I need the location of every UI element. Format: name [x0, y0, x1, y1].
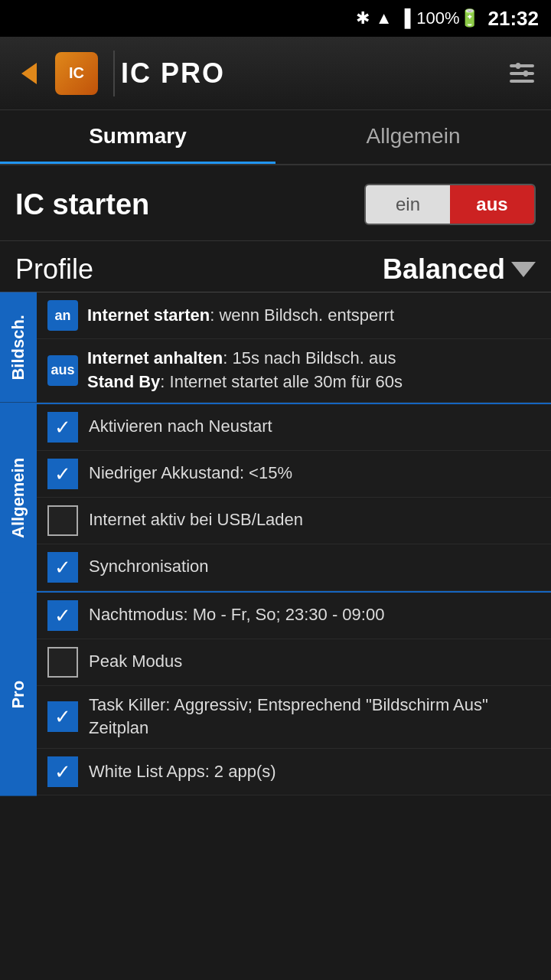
checkbox-nachtmodus[interactable]: ✓ [47, 600, 78, 631]
ic-starten-title: IC starten [15, 188, 149, 221]
status-icons: ✱ ▲ ▐ 100%🔋 [356, 8, 481, 28]
bildsch-side-label[interactable]: Bildsch. [0, 292, 37, 403]
list-item: ✓ Task Killer: Aggressiv; Entsprechend "… [37, 686, 551, 750]
signal-icon: ▐ [399, 8, 411, 28]
profile-value-row[interactable]: Balanced [383, 253, 536, 286]
app-logo: IC [55, 52, 98, 95]
check-icon: ✓ [54, 417, 71, 437]
list-item: ✓ Nachtmodus: Mo - Fr, So; 23:30 - 09:00 [37, 593, 551, 639]
svg-rect-4 [523, 70, 528, 77]
wifi-icon: ▲ [376, 8, 393, 28]
top-bar: IC IC PRO [0, 37, 551, 110]
settings-button[interactable] [505, 57, 539, 90]
checkbox-whitelist[interactable]: ✓ [47, 756, 78, 787]
tab-allgemein[interactable]: Allgemein [276, 110, 551, 164]
tag-aus[interactable]: aus [47, 355, 78, 386]
checkbox-akkustand[interactable]: ✓ [47, 459, 78, 489]
list-item: ✓ White List Apps: 2 app(s) [37, 749, 551, 795]
checkbox-usb[interactable] [47, 505, 78, 536]
item-text: Internet aktiv bei USB/Laden [89, 508, 540, 532]
pro-block: Pro ✓ Nachtmodus: Mo - Fr, So; 23:30 - 0… [0, 593, 551, 796]
header-divider [113, 51, 115, 96]
svg-rect-2 [510, 80, 534, 83]
status-bar: ✱ ▲ ▐ 100%🔋 21:32 [0, 0, 551, 37]
item-text: Synchronisation [89, 555, 540, 579]
item-text: Niedriger Akkustand: <15% [89, 462, 540, 485]
ic-starten-section: IC starten ein aus [0, 165, 551, 241]
check-icon: ✓ [54, 762, 71, 782]
check-icon: ✓ [54, 606, 71, 626]
profile-value: Balanced [383, 253, 505, 286]
toggle-aus-button[interactable]: aus [450, 185, 534, 224]
bluetooth-icon: ✱ [356, 8, 370, 28]
profile-section: Profile Balanced [0, 241, 551, 292]
profile-dropdown-icon [511, 262, 536, 277]
checkbox-aktivieren[interactable]: ✓ [47, 412, 78, 443]
checkbox-peak[interactable] [47, 647, 78, 678]
list-item: Peak Modus [37, 639, 551, 686]
check-icon: ✓ [54, 557, 71, 577]
allgemein-side-label[interactable]: Allgemein [0, 404, 37, 591]
allgemein-block: Allgemein ✓ Aktivieren nach Neustart ✓ N… [0, 404, 551, 591]
svg-rect-1 [510, 72, 534, 75]
bildsch-block: Bildsch. an Internet starten: wenn Bilds… [0, 292, 551, 403]
svg-rect-3 [516, 63, 520, 69]
tab-bar: Summary Allgemein [0, 110, 551, 165]
list-item: Internet aktiv bei USB/Laden [37, 498, 551, 544]
profile-label: Profile [15, 253, 93, 286]
item-text: Internet anhalten: 15s nach Bildsch. aus… [87, 347, 540, 394]
battery-icon: 100%🔋 [416, 8, 480, 28]
item-text: Aktivieren nach Neustart [89, 415, 540, 439]
svg-rect-0 [510, 64, 534, 67]
back-arrow-icon [21, 63, 37, 84]
tag-an[interactable]: an [47, 300, 78, 331]
list-item: aus Internet anhalten: 15s nach Bildsch.… [37, 339, 551, 403]
check-icon: ✓ [54, 464, 71, 484]
item-text: Internet starten: wenn Bildsch. entsperr… [87, 304, 540, 328]
item-text: Peak Modus [89, 650, 540, 674]
allgemein-rows: ✓ Aktivieren nach Neustart ✓ Niedriger A… [37, 404, 551, 591]
pro-rows: ✓ Nachtmodus: Mo - Fr, So; 23:30 - 09:00… [37, 593, 551, 796]
item-text: Task Killer: Aggressiv; Entsprechend "Bi… [89, 694, 540, 741]
item-text: Nachtmodus: Mo - Fr, So; 23:30 - 09:00 [89, 603, 540, 627]
checkbox-sync[interactable]: ✓ [47, 552, 78, 583]
list-item: ✓ Aktivieren nach Neustart [37, 404, 551, 451]
pro-side-label[interactable]: Pro [0, 593, 37, 796]
app-title: IC PRO [121, 57, 505, 90]
toggle-switch[interactable]: ein aus [364, 184, 536, 225]
list-item: ✓ Niedriger Akkustand: <15% [37, 451, 551, 498]
list-item: an Internet starten: wenn Bildsch. entsp… [37, 292, 551, 339]
status-time: 21:32 [488, 7, 540, 31]
check-icon: ✓ [54, 707, 71, 727]
toggle-ein-button[interactable]: ein [366, 185, 450, 224]
back-button[interactable] [12, 57, 46, 90]
checkbox-taskkiller[interactable]: ✓ [47, 701, 78, 732]
list-item: ✓ Synchronisation [37, 544, 551, 591]
item-text: White List Apps: 2 app(s) [89, 760, 540, 784]
tab-summary[interactable]: Summary [0, 110, 276, 164]
bildsch-rows: an Internet starten: wenn Bildsch. entsp… [37, 292, 551, 403]
